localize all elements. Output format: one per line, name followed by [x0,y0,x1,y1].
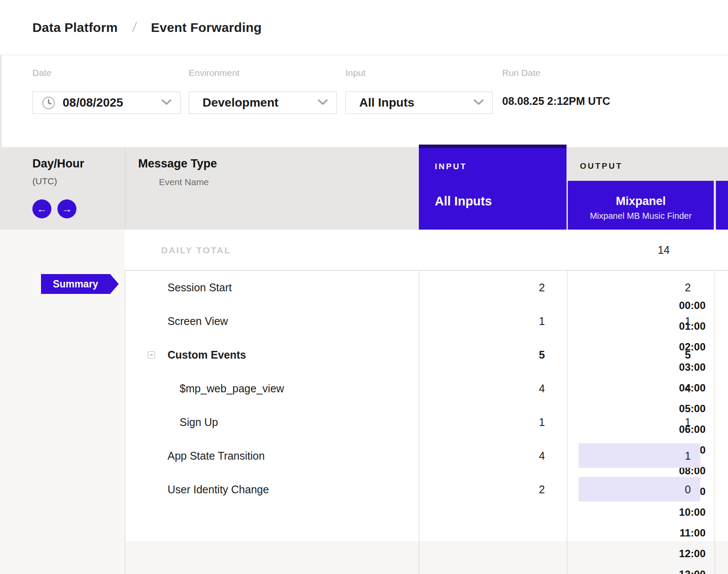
input-column-header[interactable]: INPUT All Inputs [419,145,567,230]
input-section-label: INPUT [435,162,467,171]
table-row: User Identity Change 2 0 [0,473,728,506]
connection-subtitle: Mixpanel MB Music Finder [568,211,714,221]
input-count: 2 [539,473,545,506]
date-value: 08/08/2025 [63,96,123,110]
daily-total-input-value: 14 [658,230,670,271]
event-name: Custom Events [168,338,246,372]
collapse-minus-icon[interactable]: − [148,351,155,359]
input-count: 1 [539,405,545,439]
arrow-right-icon: → [62,203,72,215]
table-row: App State Transition 4 1 [0,439,728,473]
event-name: $mp_web_page_view [180,372,284,405]
environment-select[interactable]: Development [189,91,337,114]
arrow-left-icon: ← [37,203,47,215]
input-count: 5 [539,338,545,372]
output-count: 1 [685,439,691,473]
daily-total-row: DAILY TOTAL 14 9 [125,230,728,271]
clock-icon [42,96,55,110]
connection-name: Mixpanel [568,195,714,208]
table-footer-area [125,541,728,574]
event-name: Screen View [168,304,228,338]
output-section-label: OUTPUT [580,161,623,171]
chevron-down-icon [318,99,328,107]
output-count: 5 [685,338,691,372]
run-date-label: Run Date [502,68,541,78]
output-connection-next-partial[interactable] [716,181,728,230]
message-type-header: Message Type [138,157,217,170]
hour-row-label[interactable]: 10:00 [679,506,706,518]
day-hour-header: Day/Hour [32,157,84,170]
chevron-down-icon [161,99,171,107]
chevron-down-icon [474,99,484,107]
breadcrumb-parent[interactable]: Data Platform [32,20,118,35]
input-count: 1 [539,304,545,338]
event-forwarding-page: Data Platform / Event Forwarding Date En… [0,0,728,574]
event-name: App State Transition [168,439,265,473]
date-label: Date [32,68,51,78]
breadcrumb-separator: / [131,19,137,35]
date-select[interactable]: 08/08/2025 [32,91,180,114]
input-label: Input [345,68,366,78]
environment-value: Development [203,96,279,110]
day-hour-timezone: (UTC) [32,176,57,186]
output-count: 2 [685,271,691,304]
environment-label: Environment [189,68,240,78]
table-row: Screen View 1 1 [0,304,728,338]
output-connection-header[interactable]: Mixpanel Mixpanel MB Music Finder [568,181,714,230]
event-name: Session Start [168,271,232,304]
next-day-button[interactable]: → [57,199,76,218]
hour-row-label[interactable]: 12:00 [679,548,706,560]
table-row: Sign Up 1 1 [0,405,728,439]
event-name-subheader: Event Name [159,177,209,187]
input-value: All Inputs [359,96,415,110]
run-date-value: 08.08.25 2:12PM UTC [502,95,610,107]
input-count: 2 [539,271,545,304]
previous-day-button[interactable]: ← [32,199,51,218]
table-row: $mp_web_page_view 4 4 [0,372,728,405]
input-header-accent [419,145,567,148]
input-section-selected: All Inputs [435,194,492,208]
table-row: − Custom Events 5 5 [0,338,728,372]
input-count: 4 [539,372,545,405]
output-count: 0 [685,473,691,506]
daily-total-label: DAILY TOTAL [161,230,231,271]
output-highlight-cell [579,443,700,468]
output-count: 1 [685,304,691,338]
output-count: 1 [685,405,691,439]
table-row: Session Start 2 2 [0,271,728,304]
input-count: 4 [539,439,545,473]
breadcrumb: Data Platform / Event Forwarding [0,0,728,55]
page-title: Event Forwarding [151,20,262,35]
output-highlight-cell [579,477,700,501]
event-name: User Identity Change [168,473,269,506]
input-select[interactable]: All Inputs [345,91,493,114]
event-name: Sign Up [180,405,218,439]
hour-row-label[interactable]: 11:00 [680,527,706,539]
hour-row-label[interactable]: 13:00 [679,568,706,574]
output-count: 4 [685,372,691,405]
